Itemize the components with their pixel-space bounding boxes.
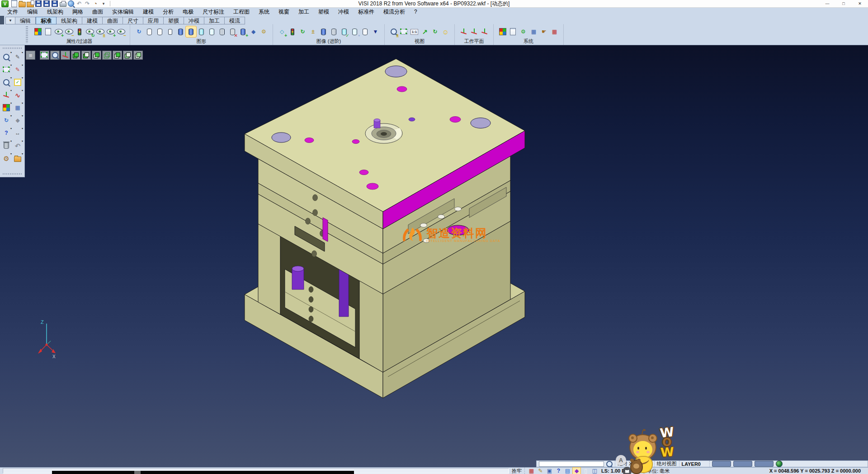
menu-edit[interactable]: 编辑 bbox=[23, 8, 42, 16]
menu-bar: 文件编辑线架构网格曲面实体编辑建模分析电极尺寸标注工程图系统视窗加工塑模冲模标准… bbox=[0, 8, 868, 16]
spline-curve-icon: ∿ bbox=[15, 92, 21, 99]
workplane-align-icon bbox=[481, 28, 488, 35]
color-swatch-2[interactable] bbox=[733, 461, 752, 467]
ribbon-toolbar: 属性/过滤器 ↻◆⚙ 图形 ◇↻±▼ 图像 (进阶) 1:1↗↻☺ 视图 工作平… bbox=[0, 24, 868, 45]
tab-row-corner bbox=[0, 16, 4, 24]
mold-3d-model[interactable]: Z X bbox=[0, 45, 868, 467]
menu-dimension[interactable]: 尺寸标注 bbox=[198, 8, 229, 16]
menu-drafting[interactable]: 工程图 bbox=[229, 8, 254, 16]
solid-view-icon: ◆ bbox=[251, 29, 255, 34]
menu-die[interactable]: 冲模 bbox=[334, 8, 354, 16]
menu-electrode[interactable]: 电极 bbox=[178, 8, 198, 16]
open-part-icon bbox=[14, 156, 21, 162]
system-grid-icon: ▦ bbox=[552, 29, 557, 34]
zoom-inout-icon bbox=[391, 28, 397, 35]
ribbon-group-attributes: 属性/过滤器 bbox=[29, 24, 130, 45]
mascot-sticker: A WOW bbox=[616, 429, 679, 474]
undo-icon: ↶ bbox=[77, 1, 81, 6]
tab-dropdown-button[interactable]: ▼ bbox=[5, 17, 15, 24]
visi-application-window: V ↶↷◔▾ VISI 2018 R2 from Vero Software x… bbox=[0, 0, 868, 474]
quick-access-toolbar: ↶↷◔▾ bbox=[10, 0, 108, 7]
outline-cylinder-icon bbox=[168, 29, 172, 35]
menu-machining[interactable]: 加工 bbox=[294, 8, 314, 16]
attribute-preview-icon bbox=[45, 28, 51, 35]
viewport-menu-icon[interactable]: ≡ bbox=[26, 51, 35, 60]
menu-system[interactable]: 系统 bbox=[254, 8, 274, 16]
spacer-right-stub bbox=[359, 280, 383, 372]
tab-application[interactable]: 应用 bbox=[143, 17, 164, 24]
copy-graphics-icon bbox=[241, 28, 245, 35]
image-wire-icon bbox=[363, 28, 368, 35]
refresh-regen-icon: ↻ bbox=[4, 118, 9, 123]
search-icon[interactable] bbox=[606, 461, 613, 467]
tab-edit[interactable]: 编辑 bbox=[15, 17, 36, 24]
menu-moldflow[interactable]: 模流分析 bbox=[379, 8, 410, 16]
menu-analysis[interactable]: 分析 bbox=[158, 8, 178, 16]
menu-solid-edit[interactable]: 实体编辑 bbox=[108, 8, 138, 16]
separator bbox=[615, 461, 615, 467]
app-logo-icon: V bbox=[1, 0, 9, 7]
3d-viewport[interactable]: Z X ≡ 智造资料网 INTELLIGENT MANUFACTURING bbox=[0, 45, 868, 467]
tab-flow[interactable]: 模流 bbox=[225, 17, 245, 24]
search-input[interactable] bbox=[539, 461, 604, 467]
maximize-button[interactable]: □ bbox=[835, 0, 852, 8]
transparent-cylinder-icon bbox=[199, 28, 204, 35]
spacer-left-stub bbox=[258, 224, 280, 314]
menu-surface[interactable]: 曲面 bbox=[88, 8, 108, 16]
tab-mold[interactable]: 塑膜 bbox=[164, 17, 184, 24]
close-button[interactable]: ✕ bbox=[852, 0, 868, 8]
view-refresh-icon: ↻ bbox=[433, 29, 437, 34]
window-controls: —□✕ bbox=[819, 0, 868, 8]
tab-die[interactable]: 冲模 bbox=[184, 17, 204, 24]
ucs-move-icon bbox=[3, 92, 9, 98]
watermark-logo-icon bbox=[401, 226, 423, 243]
menu-mesh[interactable]: 网格 bbox=[68, 8, 88, 16]
menu-wireframe[interactable]: 线架构 bbox=[42, 8, 68, 16]
quickbar-dropdown-icon: ▾ bbox=[103, 2, 105, 6]
zoom-modify-icon bbox=[3, 79, 9, 85]
show-all-icon bbox=[107, 29, 115, 34]
lamp-icon: ▯ bbox=[584, 468, 587, 474]
menu-help[interactable]: ? bbox=[410, 8, 422, 16]
context-help-icon: ? bbox=[557, 468, 560, 474]
ribbon-group-label: 视图 bbox=[415, 38, 425, 44]
image-refresh-icon: ↻ bbox=[300, 29, 305, 34]
erase-icon: ✎ bbox=[15, 54, 20, 60]
view-status-bar: 绝对 XY 上视图 绝对视图 LAYER0 bbox=[536, 460, 868, 467]
ghost-cylinder-icon bbox=[209, 28, 214, 35]
toolbar-grip[interactable] bbox=[26, 26, 28, 43]
window-tile-icon: ◫ bbox=[592, 468, 597, 474]
menu-window[interactable]: 视窗 bbox=[274, 8, 294, 16]
color-swatch-3[interactable] bbox=[755, 461, 774, 467]
menu-file[interactable]: 文件 bbox=[3, 8, 23, 16]
snap-grid-icon: ▦ bbox=[529, 468, 534, 474]
purple-dowel-hole bbox=[409, 118, 415, 121]
window-title: VISI 2018 R2 from Vero Software x64 - BP… bbox=[0, 0, 868, 8]
color-swatch-1[interactable] bbox=[712, 461, 731, 467]
tab-modeling[interactable]: 建模 bbox=[82, 17, 103, 24]
minimize-button[interactable]: — bbox=[819, 0, 835, 8]
image-validate-icon bbox=[342, 28, 347, 35]
active-layer-label[interactable]: LAYER0 bbox=[682, 461, 701, 467]
delete-graphics-icon bbox=[230, 28, 235, 35]
zoom-fly-icon bbox=[52, 52, 58, 58]
image-traffic-icon bbox=[291, 28, 294, 35]
lock-label[interactable]: 拴牢 bbox=[512, 468, 522, 474]
navigation-wheel-icon: ⚙ bbox=[3, 155, 9, 162]
workplane-edit-icon bbox=[471, 28, 477, 35]
system-settings-icon: ⚙ bbox=[521, 29, 526, 34]
menu-standard-parts[interactable]: 标准件 bbox=[354, 8, 379, 16]
new-file-icon bbox=[11, 0, 17, 7]
globe-icon[interactable] bbox=[776, 460, 783, 467]
tab-dimension[interactable]: 尺寸 bbox=[123, 17, 143, 24]
view-iso-icon bbox=[73, 52, 79, 58]
tab-standard[interactable]: 标准 bbox=[36, 17, 57, 24]
tab-wireframe[interactable]: 线架构 bbox=[57, 17, 82, 24]
left-tool-panel: ✎✎✓∿▦↻◆?↔↶⚙ bbox=[0, 45, 25, 177]
menu-mold[interactable]: 塑模 bbox=[314, 8, 334, 16]
tab-machining[interactable]: 加工 bbox=[204, 17, 225, 24]
image-page-icon bbox=[352, 28, 357, 35]
menu-modeling[interactable]: 建模 bbox=[138, 8, 158, 16]
tab-surface[interactable]: 曲面 bbox=[103, 17, 123, 24]
render-mode-icon: ☺ bbox=[442, 28, 449, 35]
